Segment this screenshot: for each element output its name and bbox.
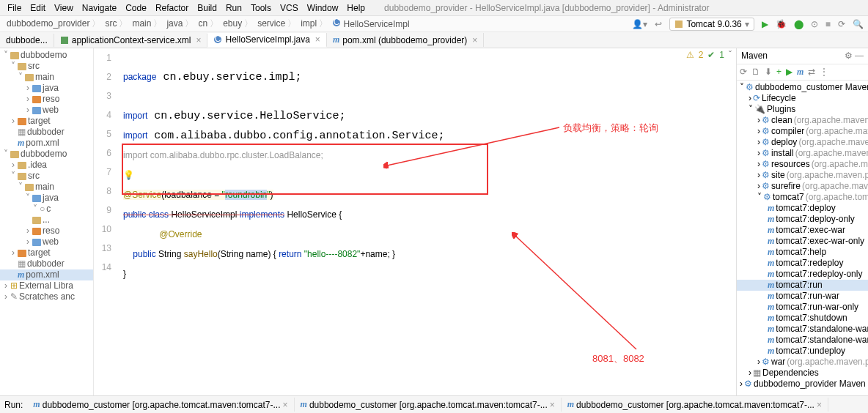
menu-vcs[interactable]: VCS xyxy=(276,1,303,15)
maven-node[interactable]: mtomcat7:shutdown xyxy=(737,313,868,324)
download-icon[interactable]: ⬇ xyxy=(765,67,772,78)
crumb-7[interactable]: impl xyxy=(298,18,330,30)
coverage-button[interactable]: ⬤ xyxy=(794,19,803,29)
close-icon[interactable]: × xyxy=(196,35,201,45)
update-button[interactable]: ⟳ xyxy=(838,19,845,29)
crumb-8[interactable]: C HelloServiceImpl xyxy=(330,18,411,29)
toggle-icon[interactable]: ⇄ xyxy=(808,67,815,78)
maven-node[interactable]: ›⚙deploy (org.apache.maven.plug xyxy=(737,137,868,148)
maven-node[interactable]: mtomcat7:run-war xyxy=(737,291,868,302)
maven-tree[interactable]: ˅⚙dubbodemo_customer Maven Webap›⟳Lifecy… xyxy=(737,81,868,391)
maven-node[interactable]: ›⚙resources (org.apache.maven.p xyxy=(737,159,868,170)
tree-node[interactable]: ›target xyxy=(0,248,93,258)
tab-1[interactable]: applicationContext-service.xml× xyxy=(54,34,208,47)
tab-3[interactable]: mpom.xml (dubbodemo_provider)× xyxy=(327,33,484,47)
maven-node[interactable]: ˅🔌Plugins xyxy=(737,104,868,115)
maven-node[interactable]: mtomcat7:deploy xyxy=(737,203,868,214)
maven-tool-window[interactable]: Maven ⚙ — ⟳ 🗋 ⬇ + ▶ m ⇄ ⋮ ˅⚙dubbodemo_cu… xyxy=(736,48,868,395)
menu-navigate[interactable]: Navigate xyxy=(78,1,121,15)
maven-node[interactable]: ›⚙war (org.apache.maven.plugins xyxy=(737,357,868,368)
project-tree[interactable]: ˅dubbodemo˅src˅main›java›reso›web›target… xyxy=(0,48,94,395)
run-tab-1[interactable]: mdubbodemo_customer [org.apache.tomcat.m… xyxy=(295,398,562,412)
maven-node[interactable]: ›⚙install (org.apache.maven.plug xyxy=(737,148,868,159)
tree-node[interactable]: ˅main xyxy=(0,182,93,193)
crumb-4[interactable]: cn xyxy=(196,18,221,30)
gear-icon[interactable]: ⚙ xyxy=(845,51,853,61)
tree-node[interactable]: ›.idea xyxy=(0,160,93,171)
crumb-6[interactable]: service xyxy=(255,18,298,30)
run-maven-icon[interactable]: ▶ xyxy=(786,67,792,78)
tree-node[interactable]: ˅java xyxy=(0,193,93,204)
maven-node[interactable]: mtomcat7:deploy-only xyxy=(737,214,868,225)
maven-node[interactable]: mtomcat7:run-war-only xyxy=(737,302,868,313)
maven-node[interactable]: mtomcat7:exec-war xyxy=(737,225,868,236)
close-icon[interactable]: × xyxy=(283,400,288,410)
maven-node[interactable]: mtomcat7:run xyxy=(737,280,868,291)
maven-node[interactable]: ›⚙dubbodemo_provider Maven Webap xyxy=(737,379,868,390)
more-icon[interactable]: ⋮ xyxy=(820,67,828,78)
reload-icon[interactable]: ⟳ xyxy=(740,67,747,78)
tree-node[interactable]: ›web xyxy=(0,105,93,116)
close-icon[interactable]: × xyxy=(472,35,477,45)
maven-node[interactable]: mtomcat7:help xyxy=(737,247,868,258)
tree-node[interactable]: ›java xyxy=(0,83,93,94)
search-icon[interactable]: 🔍 xyxy=(853,19,864,29)
back-icon[interactable]: ↩ xyxy=(655,19,662,29)
tree-node[interactable]: ... xyxy=(0,215,93,226)
run-button[interactable]: ▶ xyxy=(762,19,768,29)
maven-node[interactable]: mtomcat7:exec-war-only xyxy=(737,236,868,247)
tree-node[interactable]: ˅main xyxy=(0,72,93,83)
crumb-1[interactable]: src xyxy=(103,18,130,30)
tree-node[interactable]: ▦dubboder xyxy=(0,127,93,138)
tree-node[interactable]: ˅src xyxy=(0,61,93,72)
menu-refactor[interactable]: Refactor xyxy=(151,1,193,15)
maven-node[interactable]: ›⚙site (org.apache.maven.plugins: xyxy=(737,170,868,181)
generate-icon[interactable]: 🗋 xyxy=(751,67,760,78)
tree-node[interactable]: ›✎Scratches anc xyxy=(0,291,93,302)
crumb-3[interactable]: java xyxy=(164,18,196,30)
crumb-0[interactable]: dubbodemo_provider xyxy=(4,18,103,30)
tree-node[interactable]: ›⊞External Libra xyxy=(0,280,93,291)
menu-run[interactable]: Run xyxy=(221,1,246,15)
maven-node[interactable]: ›▦Dependencies xyxy=(737,368,868,379)
tree-node[interactable]: ▦dubboder xyxy=(0,258,93,269)
user-icon[interactable]: 👤▾ xyxy=(632,19,647,29)
tree-node[interactable]: ˅dubbodemo xyxy=(0,149,93,160)
tree-node[interactable]: mpom.xml xyxy=(0,138,93,149)
tab-2[interactable]: CHelloServiceImpl.java× xyxy=(207,33,326,48)
menu-edit[interactable]: Edit xyxy=(26,1,50,15)
tree-node[interactable]: ˅dubbodemo xyxy=(0,50,93,61)
tree-node[interactable]: ›web xyxy=(0,237,93,248)
close-icon[interactable]: × xyxy=(817,400,822,410)
maven-node[interactable]: ›⚙clean (org.apache.maven.plugin xyxy=(737,115,868,126)
run-tab-2[interactable]: mdubbodemo_customer [org.apache.tomcat.m… xyxy=(562,398,828,412)
maven-node[interactable]: mtomcat7:standalone-war-onl xyxy=(737,335,868,346)
maven-node[interactable]: ›⚙compiler (org.apache.maven.plu xyxy=(737,126,868,137)
code-editor[interactable]: ⚠2 ✔1 ˇ 123456789101314 package cn.ebuy.… xyxy=(94,48,736,395)
maven-node[interactable]: ˅⚙dubbodemo_customer Maven Webap xyxy=(737,82,868,93)
tree-node[interactable]: ˅src xyxy=(0,171,93,182)
maven-node[interactable]: ˅⚙tomcat7 (org.apache.tomcat.m xyxy=(737,192,868,203)
maven-node[interactable]: ›⚙surefire (org.apache.maven.plu xyxy=(737,181,868,192)
stop-button[interactable]: ■ xyxy=(825,19,831,29)
run-config-selector[interactable]: Tomcat 9.0.36 ▾ xyxy=(669,18,754,31)
inspection-widget[interactable]: ⚠2 ✔1 ˇ xyxy=(686,50,732,60)
menu-help[interactable]: Help xyxy=(342,1,369,15)
menu-code[interactable]: Code xyxy=(121,1,151,15)
menu-tools[interactable]: Tools xyxy=(246,1,276,15)
tab-0[interactable]: dubbode... xyxy=(0,34,54,47)
menu-window[interactable]: Window xyxy=(303,1,343,15)
tree-node[interactable]: ›reso xyxy=(0,226,93,237)
close-icon[interactable]: × xyxy=(550,400,555,410)
menu-view[interactable]: View xyxy=(50,1,78,15)
tree-node[interactable]: ˅○c xyxy=(0,204,93,215)
close-icon[interactable]: × xyxy=(315,34,320,45)
maven-node[interactable]: mtomcat7:redeploy xyxy=(737,258,868,269)
tree-node[interactable]: mpom.xml xyxy=(0,269,93,280)
maven-node[interactable]: mtomcat7:standalone-war xyxy=(737,324,868,335)
run-tab-0[interactable]: mdubbodemo_customer [org.apache.tomcat.m… xyxy=(27,398,294,412)
crumb-5[interactable]: ebuy xyxy=(221,18,255,30)
add-icon[interactable]: + xyxy=(776,67,781,78)
maven-node[interactable]: mtomcat7:undeploy xyxy=(737,346,868,357)
profile-button[interactable]: ⊙ xyxy=(811,19,818,29)
